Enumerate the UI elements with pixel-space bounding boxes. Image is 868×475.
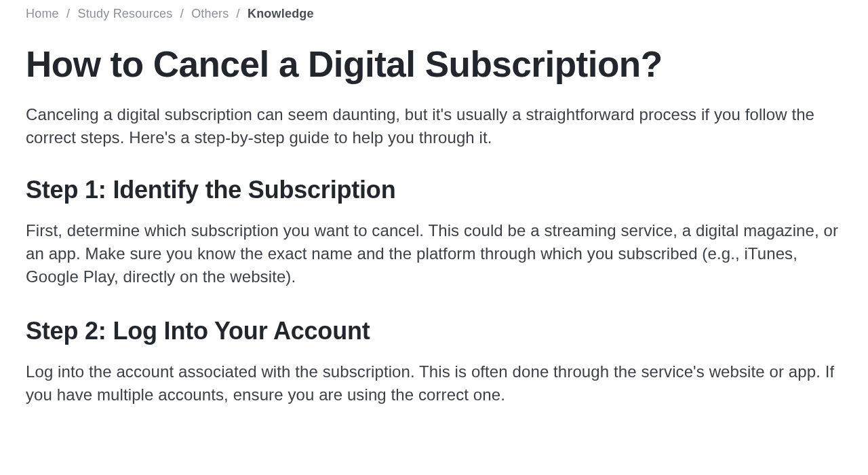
breadcrumb-item-home[interactable]: Home [26,7,59,20]
breadcrumb-separator: / [180,7,184,20]
breadcrumb-current: Knowledge [248,7,314,20]
breadcrumb-separator: / [66,7,70,20]
breadcrumb-item-others[interactable]: Others [191,7,229,20]
step-2-body: Log into the account associated with the… [26,360,842,406]
step-1-body: First, determine which subscription you … [26,219,842,288]
step-1-heading: Step 1: Identify the Subscription [26,176,842,204]
breadcrumb-separator: / [237,7,240,20]
breadcrumb: Home / Study Resources / Others / Knowle… [26,7,842,21]
step-2-heading: Step 2: Log Into Your Account [26,317,842,345]
breadcrumb-item-study-resources[interactable]: Study Resources [77,7,172,20]
page-title: How to Cancel a Digital Subscription? [26,44,842,86]
article-intro: Canceling a digital subscription can see… [26,103,842,149]
